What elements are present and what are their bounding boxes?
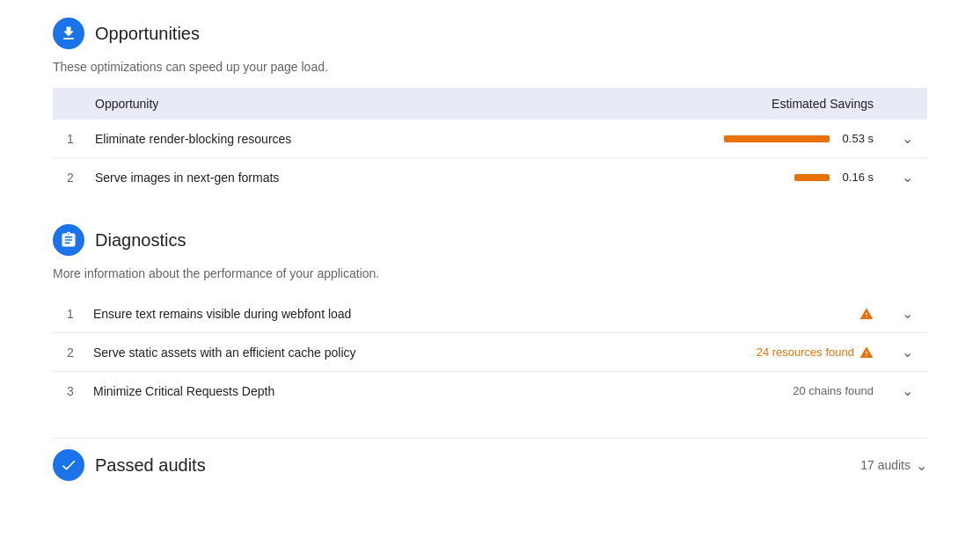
diag-chevron-2[interactable]: ⌄ [888, 372, 927, 411]
passed-audits-left: Passed audits [53, 449, 206, 481]
diagnostics-section: Diagnostics More information about the p… [53, 224, 927, 410]
passed-audits-chevron-icon[interactable]: ⌄ [916, 457, 927, 474]
diag-num-0: 1 [53, 295, 79, 333]
opportunities-row[interactable]: 1 Eliminate render-blocking resources 0.… [53, 120, 927, 158]
col-savings-header: Estimated Savings [531, 88, 888, 120]
opp-savings-1: 0.16 s [531, 158, 888, 197]
diagnostics-icon [53, 224, 84, 256]
checkmark-icon [60, 456, 77, 474]
col-chevron-header [888, 88, 927, 120]
diag-name-0: Ensure text remains visible during webfo… [79, 295, 618, 333]
savings-value-1: 0.16 s [837, 171, 874, 184]
passed-audits-label: Passed audits [95, 455, 206, 476]
opportunities-header: Opportunities [53, 18, 927, 49]
opportunities-icon-svg [60, 25, 77, 42]
diag-resources-found-1: 24 resources found [757, 345, 854, 359]
passed-audits-count: 17 audits [860, 458, 911, 472]
diagnostics-table: 1 Ensure text remains visible during web… [53, 295, 927, 410]
opp-name-1: Serve images in next-gen formats [81, 158, 531, 197]
diag-chevron-0[interactable]: ⌄ [888, 295, 927, 333]
diag-num-1: 2 [53, 333, 79, 372]
diagnostics-row[interactable]: 1 Ensure text remains visible during web… [53, 295, 927, 333]
diagnostics-row[interactable]: 2 Serve static assets with an efficient … [53, 333, 927, 372]
col-opportunity-header: Opportunity [81, 88, 531, 120]
opp-chevron-1[interactable]: ⌄ [888, 158, 927, 197]
opportunities-description: These optimizations can speed up your pa… [53, 60, 927, 74]
opp-savings-0: 0.53 s [531, 120, 888, 158]
opportunities-icon [53, 18, 84, 49]
passed-audits-right: 17 audits ⌄ [860, 457, 927, 474]
savings-value-0: 0.53 s [837, 132, 874, 145]
opp-num-1: 2 [53, 158, 81, 197]
diagnostics-icon-svg [60, 231, 77, 249]
diag-chains-found-2: 20 chains found [793, 384, 874, 397]
opportunities-table: Opportunity Estimated Savings 1 Eliminat… [53, 88, 927, 196]
diag-detail-2: 20 chains found [618, 372, 888, 411]
diagnostics-row[interactable]: 3 Minimize Critical Requests Depth 20 ch… [53, 372, 927, 411]
diag-detail-0 [618, 295, 888, 333]
diag-name-2: Minimize Critical Requests Depth [79, 372, 618, 411]
savings-bar-1 [794, 174, 830, 181]
savings-bar-0 [724, 135, 830, 142]
diag-name-1: Serve static assets with an efficient ca… [79, 333, 618, 372]
diagnostics-description: More information about the performance o… [53, 266, 927, 280]
warn-icon-1 [859, 345, 874, 360]
diag-detail-1: 24 resources found [618, 333, 888, 372]
diag-num-2: 3 [53, 372, 79, 411]
diag-chevron-1[interactable]: ⌄ [888, 333, 927, 372]
passed-audits-row[interactable]: Passed audits 17 audits ⌄ [53, 438, 927, 491]
opp-chevron-0[interactable]: ⌄ [888, 120, 927, 158]
opp-num-0: 1 [53, 120, 81, 158]
passed-audits-icon [53, 449, 84, 481]
diagnostics-header: Diagnostics [53, 224, 927, 256]
diagnostics-title: Diagnostics [95, 230, 186, 251]
opportunities-row[interactable]: 2 Serve images in next-gen formats 0.16 … [53, 158, 927, 197]
opportunities-section: Opportunities These optimizations can sp… [53, 18, 927, 196]
opp-name-0: Eliminate render-blocking resources [81, 120, 531, 158]
warn-icon-0 [859, 307, 874, 321]
col-num-header [53, 88, 81, 120]
opportunities-title: Opportunities [95, 24, 200, 44]
